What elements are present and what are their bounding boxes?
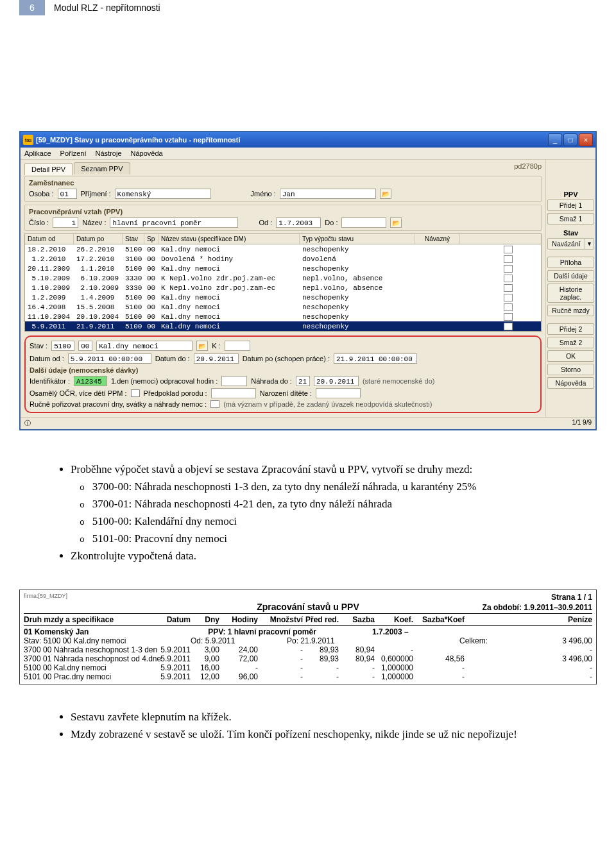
lbl-nazev: Název : [82, 219, 106, 226]
dalsi-udaje-title: Další údaje (nemocenské dávky) [30, 366, 536, 374]
open-icon[interactable]: 📂 [390, 217, 402, 228]
page-title: Modul RLZ - nepřítomnosti [45, 0, 169, 15]
field-nazev[interactable]: hlavní pracovní poměr [110, 217, 238, 228]
checkbox[interactable] [504, 313, 513, 321]
lbl-rucne: Ručně pořizovat pracovní dny, svátky a n… [30, 400, 207, 408]
group-zamestnanec: Zaměstnanec Osoba : 01 Příjmení : Komens… [24, 176, 542, 202]
maximize-button[interactable]: □ [563, 133, 578, 146]
table-row[interactable]: 16.4.200815.5.2008510000Kal.dny nemocine… [25, 302, 541, 312]
btn-navazani[interactable]: Navázání [547, 238, 585, 250]
col-datum-od[interactable]: Datum od [25, 234, 74, 244]
field-porod[interactable] [211, 388, 256, 398]
body-text-2: Sestavu zavřete klepnutím na křížek. Mzd… [58, 710, 571, 742]
open-icon[interactable]: 📂 [380, 189, 391, 199]
field-den1[interactable] [221, 376, 247, 386]
detail-panel: Stav : 5100 00 Kal.dny nemoci 📂 K : Datu… [24, 335, 542, 413]
menu-nastroje[interactable]: Nástroje [96, 149, 122, 157]
field-stav-code[interactable]: 5100 [51, 341, 74, 351]
rpt-ppv: 1 hlavní pracovní poměr [228, 627, 316, 636]
field-datumpo[interactable]: 21.9.2011 00:00:00 [334, 353, 417, 364]
table-row[interactable]: 20.11.2009 1.1.2010510000Kal.dny nemocin… [25, 264, 541, 273]
table-row[interactable]: 1.2.2009 1.4.2009510000Kal.dny nemocines… [25, 293, 541, 302]
states-grid: Datum od Datum po Stav Sp Název stavu (s… [24, 233, 542, 332]
btn-smaz1[interactable]: Smaž 1 [547, 213, 594, 225]
btn-storno[interactable]: Storno [547, 364, 594, 375]
tab-detail-ppv[interactable]: Detail PPV [24, 163, 73, 175]
lbl-datumdo: Datum do : [155, 355, 190, 362]
table-row[interactable]: 18.2.201026.2.2010510000Kal.dny nemocine… [25, 244, 541, 254]
rh-sazbakoef: Sazba*Koef [413, 615, 465, 624]
rpt-emp-name: 01 Komenský Jan [24, 627, 152, 636]
field-k[interactable] [225, 341, 250, 351]
table-row[interactable]: 1.10.2009 2.10.2009333000K Nepl.volno zd… [25, 283, 541, 293]
field-nahrada-den[interactable]: 21 [296, 376, 310, 386]
field-od[interactable]: 1.7.2003 [276, 217, 321, 228]
col-sp[interactable]: Sp [144, 234, 158, 244]
field-datumod[interactable]: 5.9.2011 00:00:00 [68, 353, 151, 364]
tab-seznam-ppv[interactable]: Seznam PPV [74, 162, 130, 174]
btn-historie[interactable]: Historie zaplac. [547, 284, 594, 303]
lbl-jmeno: Jméno : [251, 190, 276, 198]
field-stav-sp[interactable]: 00 [78, 341, 92, 351]
field-prijmeni[interactable]: Komenský [115, 189, 211, 199]
close-button[interactable]: × [579, 133, 593, 146]
navazani-dropdown[interactable]: ▼ [585, 238, 594, 250]
side-head-ppv: PPV [547, 188, 594, 200]
rpt-stav-line: Stav: 5100 00 Kal.dny nemoci Od: 5.9.201… [24, 636, 592, 645]
bullet-2: Zkontrolujte vypočtená data. [71, 549, 571, 564]
rh-druh: Druh mzdy a specifikace [24, 615, 152, 624]
menu-aplikace[interactable]: Aplikace [24, 149, 51, 157]
btn-priloha[interactable]: Příloha [547, 257, 594, 268]
col-nazev[interactable]: Název stavu (specifikace DM) [158, 234, 300, 244]
btn-napoveda[interactable]: Nápověda [547, 377, 594, 389]
checkbox[interactable] [504, 265, 513, 273]
lbl-cislo: Číslo : [29, 219, 49, 226]
field-stav-name[interactable]: Kal.dny nemoci [96, 341, 193, 351]
field-datumdo[interactable]: 20.9.2011 [194, 353, 239, 364]
tabstrip: Detail PPV Seznam PPV pd2780p [24, 162, 542, 174]
field-osoba[interactable]: 01 [58, 189, 77, 199]
checkbox[interactable] [504, 303, 513, 311]
lbl-porod: Předpoklad porodu : [144, 389, 207, 397]
table-row[interactable]: 5.10.2009 6.10.2009333000K Nepl.volno zd… [25, 273, 541, 283]
checkbox[interactable] [504, 255, 513, 263]
rpt-stav-od: Od: 5.9.2011 [191, 636, 287, 645]
col-navazny[interactable]: Návazný [415, 234, 460, 244]
table-row[interactable]: 11.10.200420.10.2004510000Kal.dny nemoci… [25, 312, 541, 321]
open-icon[interactable]: 📂 [196, 341, 208, 351]
field-nahrada[interactable]: 20.9.2011 [314, 376, 359, 386]
checkbox[interactable] [504, 275, 513, 282]
field-jmeno[interactable]: Jan [280, 189, 376, 199]
field-narozeni[interactable] [316, 388, 361, 398]
btn-pridej1[interactable]: Přidej 1 [547, 200, 594, 211]
btn-smaz2[interactable]: Smaž 2 [547, 337, 594, 348]
field-cislo[interactable]: 1 [53, 217, 78, 228]
checkbox[interactable] [504, 284, 513, 292]
checkbox[interactable] [504, 246, 513, 253]
btn-dalsi-udaje[interactable]: Další údaje [547, 270, 594, 282]
checkbox[interactable] [504, 294, 513, 301]
table-row[interactable]: 5.9.201121.9.2011510000Kal.dny nemocines… [25, 321, 541, 331]
rpt-ppv-date: 1.7.2003 – [372, 627, 592, 636]
btn-ok[interactable]: OK [547, 350, 594, 362]
table-row[interactable]: 1.2.201017.2.2010310000Dovolená * hodiny… [25, 254, 541, 264]
sub-bullet-2: 3700-01: Náhrada neschopnosti 4-21 den, … [80, 497, 571, 512]
rh-mnozstvi: Množství [258, 615, 303, 624]
btn-pridej2[interactable]: Přidej 2 [547, 323, 594, 335]
bullet-3: Sestavu zavřete klepnutím na křížek. [71, 710, 571, 725]
lbl-ident: Identifikátor : [30, 377, 70, 385]
menu-napoveda[interactable]: Nápověda [131, 149, 163, 157]
col-stav[interactable]: Stav [123, 234, 144, 244]
col-datum-po[interactable]: Datum po [74, 234, 123, 244]
rpt-ppv-lbl: PPV: [208, 627, 225, 636]
menu-porizeni[interactable]: Pořízení [60, 149, 87, 157]
col-typ[interactable]: Typ výpočtu stavu [300, 234, 415, 244]
chk-ocr[interactable] [131, 389, 140, 397]
btn-rucne-mzdy[interactable]: Ručně mzdy [547, 305, 594, 316]
checkbox[interactable] [504, 323, 513, 330]
field-do[interactable] [341, 217, 386, 228]
minimize-button[interactable]: _ [548, 133, 562, 146]
chk-rucne[interactable] [210, 400, 219, 408]
field-ident[interactable]: A12345 [74, 376, 107, 386]
menubar: Aplikace Pořízení Nástroje Nápověda [21, 148, 595, 160]
